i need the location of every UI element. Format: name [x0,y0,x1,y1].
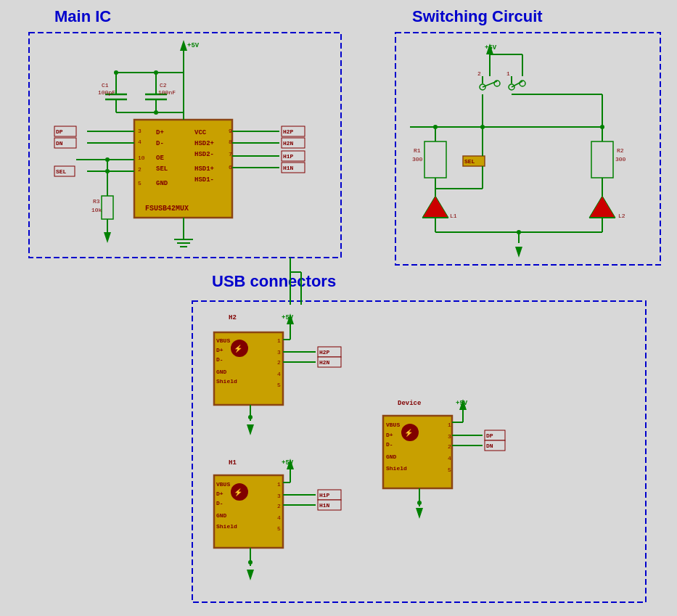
svg-marker-123 [589,196,615,218]
svg-point-63 [154,70,158,75]
svg-marker-166 [287,459,294,469]
svg-text:Shield: Shield [386,465,407,472]
svg-text:HSD1+: HSD1+ [194,165,214,173]
svg-rect-72 [102,196,113,219]
svg-rect-106 [424,141,446,178]
svg-marker-219 [416,508,423,519]
svg-text:H1P: H1P [319,492,330,498]
svg-rect-42 [282,163,305,173]
svg-point-90 [494,81,500,86]
svg-marker-46 [180,40,187,51]
svg-text:4: 4 [448,455,451,461]
svg-text:10k: 10k [91,207,102,213]
svg-rect-196 [383,416,452,488]
svg-text:2: 2 [448,443,451,450]
svg-text:SEL: SEL [464,158,475,165]
svg-text:D-: D- [216,356,223,363]
schematic-canvas: Main IC D+ D- OE SEL GND VCC HSD2+ HSD2-… [0,0,677,616]
svg-marker-138 [287,313,294,324]
svg-text:DP: DP [486,432,493,439]
svg-text:+5V: +5V [282,314,294,321]
svg-text:8: 8 [229,139,232,145]
svg-line-89 [483,81,497,87]
svg-text:9: 9 [229,128,232,134]
svg-rect-83 [395,33,660,265]
svg-rect-1 [134,120,232,218]
svg-text:H1P: H1P [283,153,294,160]
svg-text:HSD2-: HSD2- [194,151,214,158]
svg-point-141 [231,340,248,357]
svg-text:D-: D- [386,441,393,448]
svg-text:D-: D- [156,140,164,147]
svg-text:GND: GND [216,512,227,519]
svg-point-162 [248,415,253,419]
svg-text:VCC: VCC [194,129,207,136]
svg-rect-187 [318,500,341,510]
svg-text:R3: R3 [93,198,100,205]
svg-text:DP: DP [56,128,63,135]
svg-rect-168 [214,475,283,548]
svg-rect-36 [282,126,305,136]
svg-text:D-: D- [216,500,223,506]
svg-point-112 [480,125,485,129]
svg-text:R2: R2 [617,147,624,154]
svg-text:3: 3 [277,493,281,499]
schematic-svg: Main IC D+ D- OE SEL GND VCC HSD2+ HSD2-… [0,0,677,616]
svg-text:H2: H2 [229,314,237,321]
svg-text:5: 5 [277,525,281,532]
svg-text:5: 5 [277,382,281,388]
svg-text:H1N: H1N [319,502,330,509]
svg-text:1: 1 [277,481,281,488]
svg-point-62 [114,70,118,75]
svg-text:300: 300 [615,156,626,163]
svg-marker-194 [459,399,467,410]
svg-text:SEL: SEL [56,168,67,175]
svg-point-81 [105,157,110,162]
svg-rect-135 [192,301,646,602]
svg-text:FSUSB42MUX: FSUSB42MUX [145,205,189,213]
svg-text:DN: DN [486,443,493,449]
svg-text:OE: OE [156,155,164,162]
svg-text:GND: GND [216,369,227,375]
svg-text:3: 3 [138,128,141,134]
svg-text:⚡: ⚡ [404,428,414,438]
svg-marker-85 [486,44,493,54]
svg-text:2: 2 [477,70,481,77]
svg-text:10: 10 [138,155,145,161]
svg-text:1: 1 [448,422,451,428]
svg-marker-130 [515,247,522,258]
svg-text:D+: D+ [386,432,393,438]
svg-text:GND: GND [156,180,168,187]
svg-text:+5V: +5V [456,400,468,407]
svg-rect-30 [54,126,76,136]
svg-text:C1: C1 [102,82,109,89]
svg-text:VBUS: VBUS [216,337,230,344]
svg-rect-114 [591,141,613,178]
svg-marker-163 [247,424,254,435]
svg-marker-119 [422,196,448,218]
svg-marker-76 [104,232,111,243]
svg-text:100pF: 100pF [98,89,115,96]
svg-text:L1: L1 [450,213,457,219]
svg-text:R1: R1 [414,147,421,154]
svg-text:+5V: +5V [187,42,200,49]
svg-text:2: 2 [138,166,141,173]
svg-rect-157 [318,347,341,357]
svg-text:1: 1 [506,70,510,77]
svg-text:H2N: H2N [319,359,330,366]
svg-point-92 [509,84,514,90]
svg-point-128 [517,230,521,234]
svg-text:L2: L2 [618,213,625,219]
svg-text:H2N: H2N [283,140,294,147]
svg-text:Device: Device [398,400,421,407]
svg-text:C2: C2 [160,82,167,89]
svg-text:4: 4 [277,514,281,521]
svg-text:D+: D+ [156,129,164,136]
svg-rect-185 [318,490,341,500]
svg-text:H2P: H2P [319,349,330,356]
svg-line-93 [512,81,522,87]
svg-text:7: 7 [229,151,232,157]
main-ic-title: Main IC [54,7,111,25]
svg-text:DN: DN [56,140,63,147]
svg-rect-159 [318,357,341,367]
